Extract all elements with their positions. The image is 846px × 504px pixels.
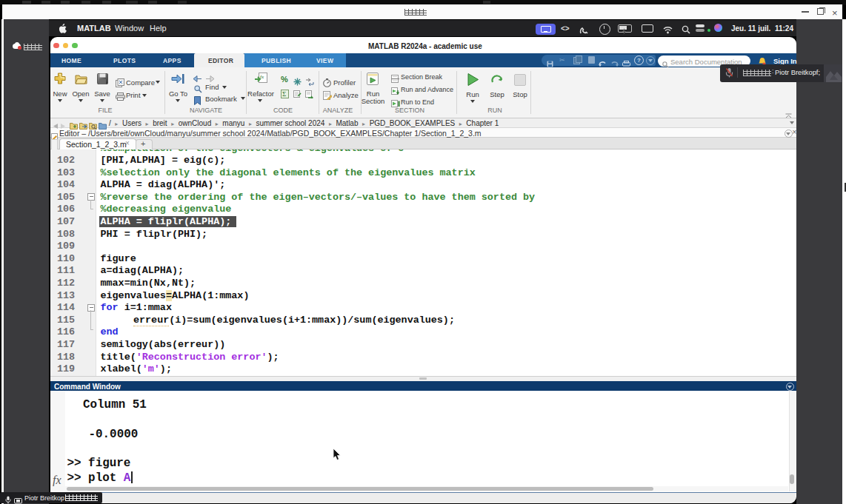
svg-text:Σ: Σ	[282, 90, 286, 98]
